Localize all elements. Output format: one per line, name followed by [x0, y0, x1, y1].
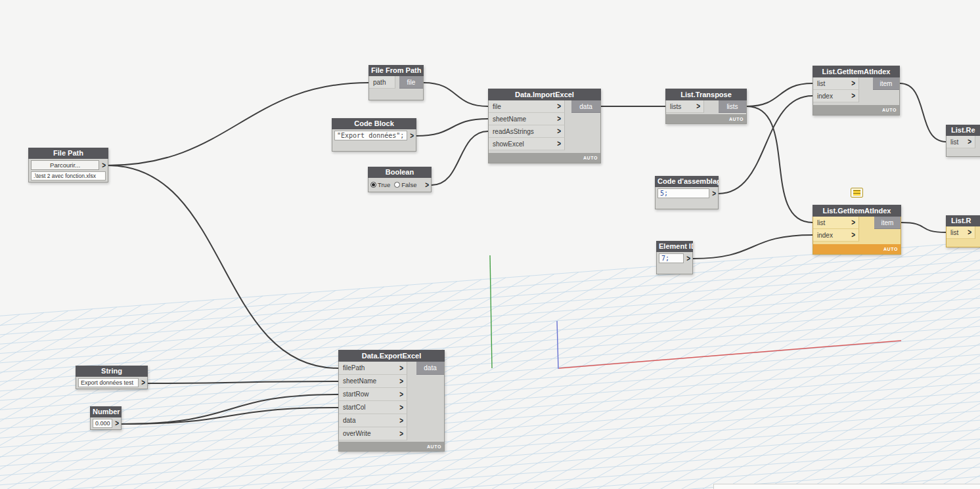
output-port-icon[interactable]: >	[102, 161, 106, 169]
node-header[interactable]: List.Transpose	[665, 89, 747, 100]
port-chevron-icon: >	[851, 231, 855, 240]
radio-true[interactable]	[370, 182, 376, 188]
port-chevron-icon: >	[557, 115, 561, 123]
node-body	[369, 89, 423, 100]
input-port-startcol[interactable]: startCol>	[339, 401, 407, 414]
node-data-export-excel[interactable]: Data.ExportExcel filePath> sheetName> st…	[338, 350, 445, 452]
number-input[interactable]: 0.000	[93, 419, 112, 428]
output-port-icon[interactable]: >	[410, 131, 414, 140]
input-port-lists[interactable]: lists>	[666, 100, 704, 113]
output-port-data[interactable]: data	[571, 100, 600, 113]
node-body	[947, 148, 980, 156]
radio-false-label[interactable]: False	[401, 181, 416, 188]
node-list-getitematindex-bottom[interactable]: List.GetItemAtIndex list> index> item AU…	[813, 205, 901, 255]
grid-line	[0, 435, 980, 489]
input-port-sheetname[interactable]: sheetName>	[339, 375, 407, 388]
y-axis	[490, 255, 492, 368]
input-port-index[interactable]: index>	[813, 229, 859, 242]
node-body	[332, 142, 416, 151]
output-port-item[interactable]: item	[874, 217, 901, 229]
file-path-value: .\test 2 avec fonction.xlsx	[31, 171, 106, 181]
grid-line	[254, 259, 749, 489]
node-file-from-path[interactable]: File From Path path file	[368, 65, 424, 100]
wire-boolean.out--importExcel.readAsStrings[interactable]	[432, 131, 488, 185]
node-list-getitematindex-top[interactable]: List.GetItemAtIndex list> index> item AU…	[813, 66, 900, 116]
input-port-index[interactable]: index>	[813, 90, 859, 102]
radio-true-label[interactable]: True	[378, 181, 390, 188]
input-port-sheetname[interactable]: sheetName>	[489, 113, 565, 125]
output-port-data[interactable]: data	[416, 362, 444, 375]
node-file-path[interactable]: File Path Parcourir... > .\test 2 avec f…	[28, 148, 108, 182]
string-input[interactable]: Export données test	[78, 378, 139, 387]
node-code-assemblage[interactable]: Code d'assemblage 5; >	[655, 176, 719, 209]
node-header[interactable]: String	[76, 366, 148, 377]
input-port-file[interactable]: file>	[489, 100, 565, 113]
input-port-overwrite[interactable]: overWrite>	[339, 427, 407, 440]
node-data-import-excel[interactable]: Data.ImportExcel file> sheetName> readAs…	[488, 89, 601, 163]
wire-elementId.out--getItemBottom.index[interactable]	[693, 235, 813, 259]
node-header[interactable]: File Path	[28, 148, 108, 159]
output-port-lists[interactable]: lists	[719, 100, 746, 113]
grid-line	[0, 300, 214, 489]
node-header[interactable]: Code Block	[332, 118, 416, 129]
node-boolean[interactable]: Boolean True False >	[368, 167, 432, 192]
output-port-icon[interactable]: >	[712, 189, 716, 198]
node-header[interactable]: Code d'assemblage	[655, 176, 719, 187]
node-list-re-top[interactable]: List.Re list>	[946, 125, 980, 157]
node-header[interactable]: List.R	[946, 215, 980, 226]
output-port-icon[interactable]: >	[686, 254, 690, 263]
wire-filePath.out--fileFromPath.path[interactable]	[108, 83, 368, 165]
node-body	[975, 226, 980, 239]
input-port-showexcel[interactable]: showExcel>	[489, 138, 565, 150]
code-block-editor[interactable]: 7;	[659, 253, 684, 263]
code-block-editor[interactable]: "Export données";	[334, 131, 407, 140]
node-header[interactable]: List.GetItemAtIndex	[813, 205, 901, 217]
input-port-startrow[interactable]: startRow>	[339, 388, 407, 401]
node-list-transpose[interactable]: List.Transpose lists> lists AUTO	[665, 89, 747, 124]
input-port-path[interactable]: path	[369, 76, 395, 89]
output-port-icon[interactable]: >	[425, 181, 429, 189]
wire-transpose.lists--getItemTop.list[interactable]	[747, 83, 813, 106]
node-header[interactable]: List.GetItemAtIndex	[813, 66, 900, 77]
output-port-item[interactable]: item	[873, 77, 899, 90]
node-number[interactable]: Number 0.000 >	[90, 406, 122, 430]
dynamo-canvas[interactable]: File From Path path file Code Block "Exp…	[0, 0, 980, 489]
node-element-id[interactable]: Element ID 7; >	[656, 241, 693, 274]
code-block-editor[interactable]: 5;	[657, 188, 709, 198]
node-header[interactable]: File From Path	[368, 65, 424, 76]
node-list-re-bottom[interactable]: List.R list>	[946, 215, 980, 247]
port-chevron-icon: >	[399, 390, 403, 398]
input-port-list[interactable]: list>	[813, 77, 859, 90]
node-body	[975, 136, 980, 148]
input-port-readasstrings[interactable]: readAsStrings>	[489, 125, 565, 138]
wire-string.out--exportExcel.sheetName[interactable]	[148, 381, 338, 383]
wire-getItemBottom.item--listReBottom.list[interactable]	[901, 223, 946, 232]
output-port-icon[interactable]: >	[141, 379, 145, 387]
wire-fileFromPath.file--importExcel.file[interactable]	[424, 83, 488, 106]
browse-button[interactable]: Parcourir...	[31, 160, 99, 170]
output-port-file[interactable]: file	[399, 76, 423, 89]
node-header[interactable]: Number	[90, 406, 122, 417]
input-port-data[interactable]: data>	[339, 414, 407, 427]
grid-line	[0, 446, 980, 489]
input-port-list[interactable]: list>	[947, 136, 975, 148]
node-header[interactable]: List.Re	[946, 125, 980, 136]
input-port-list[interactable]: list>	[813, 217, 859, 229]
wire-number.out--exportExcel.startCol[interactable]	[122, 408, 338, 424]
radio-false[interactable]	[394, 182, 400, 188]
node-string[interactable]: String Export données test >	[76, 366, 148, 389]
input-port-list[interactable]: list>	[947, 226, 975, 239]
node-header[interactable]: Element ID	[656, 241, 693, 252]
wire-getItemTop.item--listReTop.list[interactable]	[900, 83, 946, 142]
note-icon[interactable]	[851, 188, 863, 198]
node-body	[656, 200, 718, 209]
node-code-block[interactable]: Code Block "Export données"; >	[332, 118, 416, 152]
port-chevron-icon: >	[399, 416, 403, 425]
input-port-filepath[interactable]: filePath>	[339, 362, 407, 375]
output-port-icon[interactable]: >	[115, 419, 119, 428]
node-header[interactable]: Boolean	[368, 167, 432, 178]
port-chevron-icon: >	[851, 92, 855, 100]
wire-filePath.out--exportExcel.filePath[interactable]	[108, 165, 338, 368]
node-header[interactable]: Data.ExportExcel	[338, 350, 445, 362]
node-header[interactable]: Data.ImportExcel	[488, 89, 601, 100]
